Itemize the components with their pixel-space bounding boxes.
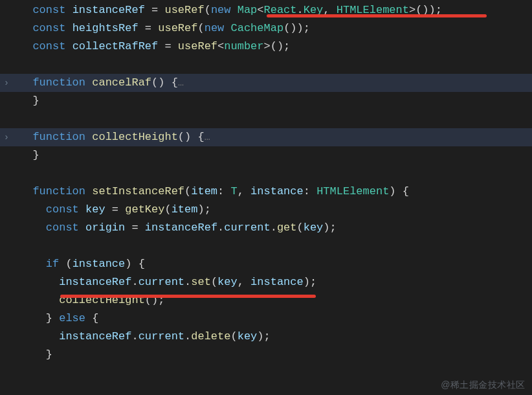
code-text: function collectHeight() {… xyxy=(0,131,210,143)
fold-chevron-icon[interactable]: › xyxy=(0,128,13,146)
code-line[interactable]: function setInstanceRef(item: T, instanc… xyxy=(0,183,532,201)
code-line[interactable] xyxy=(0,164,532,183)
code-text: instanceRef.current.delete(key); xyxy=(0,330,271,343)
code-line[interactable]: } xyxy=(0,146,532,164)
code-line[interactable]: collectHeight(); xyxy=(0,291,532,310)
code-text: } else { xyxy=(0,312,98,324)
code-line[interactable]: › function collectHeight() {… xyxy=(0,128,532,146)
code-text: const collectRafRef = useRef<number>(); xyxy=(0,40,290,52)
code-line[interactable] xyxy=(0,237,532,255)
code-line[interactable]: › function cancelRaf() {… xyxy=(0,74,532,92)
code-editor[interactable]: const instanceRef = useRef(new Map<React… xyxy=(0,0,532,395)
code-line[interactable]: const origin = instanceRef.current.get(k… xyxy=(0,219,532,237)
code-text xyxy=(0,240,19,252)
code-text xyxy=(0,167,19,179)
code-line[interactable]: const collectRafRef = useRef<number>(); xyxy=(0,38,532,56)
code-text xyxy=(0,58,19,71)
code-line[interactable]: const heightsRef = useRef(new CacheMap()… xyxy=(0,19,532,38)
code-line[interactable]: } xyxy=(0,92,532,110)
code-line[interactable] xyxy=(0,110,532,128)
code-text: const heightsRef = useRef(new CacheMap()… xyxy=(0,22,310,34)
code-line[interactable]: const instanceRef = useRef(new Map<React… xyxy=(0,1,532,19)
code-text: } xyxy=(0,348,52,361)
watermark: @稀土掘金技术社区 xyxy=(441,379,526,391)
code-text: } xyxy=(0,149,39,161)
code-line[interactable]: } else { xyxy=(0,310,532,328)
code-line[interactable]: instanceRef.current.set(key, instance); xyxy=(0,273,532,291)
code-text: collectHeight(); xyxy=(0,294,164,306)
code-text: if (instance) { xyxy=(0,258,145,270)
code-line[interactable] xyxy=(0,56,532,74)
code-text: } xyxy=(0,95,39,107)
code-text: const origin = instanceRef.current.get(k… xyxy=(0,221,337,234)
code-text: const instanceRef = useRef(new Map<React… xyxy=(0,4,442,16)
code-text: function setInstanceRef(item: T, instanc… xyxy=(0,185,409,198)
code-line[interactable]: const key = getKey(item); xyxy=(0,201,532,219)
code-line[interactable]: instanceRef.current.delete(key); xyxy=(0,328,532,346)
code-text xyxy=(0,113,19,125)
fold-chevron-icon[interactable]: › xyxy=(0,74,13,92)
code-text: function cancelRaf() {… xyxy=(0,76,184,89)
code-text: const key = getKey(item); xyxy=(0,203,211,216)
code-text: instanceRef.current.set(key, instance); xyxy=(0,276,316,288)
code-line[interactable]: } xyxy=(0,346,532,364)
code-line[interactable]: if (instance) { xyxy=(0,255,532,273)
